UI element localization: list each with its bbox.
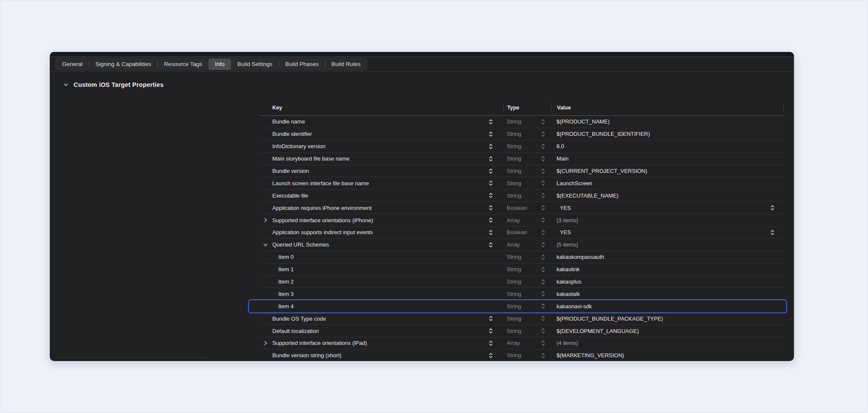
disclosure-icon[interactable]: [263, 340, 268, 346]
type-stepper-icon[interactable]: [541, 266, 545, 273]
disclosure-icon[interactable]: [263, 217, 268, 223]
type-stepper-icon[interactable]: [541, 143, 545, 150]
table-row[interactable]: Executable file String $(EXECUTABLE_NAME…: [260, 189, 785, 202]
table-row[interactable]: Bundle OS Type code String $(PRODUCT_BUN…: [260, 313, 785, 325]
table-row[interactable]: Application supports indirect input even…: [260, 227, 785, 239]
type-stepper-icon[interactable]: [541, 327, 545, 334]
bottom-bar-partial-divider: [55, 357, 208, 358]
row-key-cell: Queried URL Schemes: [260, 239, 503, 251]
table-row[interactable]: Queried URL Schemes Array (5 items): [260, 239, 785, 251]
key-stepper-icon[interactable]: [488, 118, 493, 125]
row-key-cell: Bundle OS Type code: [260, 313, 503, 324]
table-row[interactable]: Default localization String $(DEVELOPMEN…: [260, 325, 785, 337]
table-row[interactable]: Item 2 String kakaoplus: [260, 276, 785, 288]
key-stepper-icon[interactable]: [488, 131, 493, 138]
table-row[interactable]: Bundle version string (short) String $(M…: [260, 350, 785, 361]
key-stepper-icon[interactable]: [488, 229, 493, 236]
table-row[interactable]: Supported interface orientations (iPhone…: [260, 214, 785, 227]
key-stepper-icon[interactable]: [488, 180, 493, 186]
value-stepper-icon[interactable]: [770, 229, 775, 236]
row-key-label: Main storyboard file base name: [272, 155, 349, 162]
type-stepper-icon[interactable]: [541, 229, 545, 236]
section-disclosure-icon[interactable]: [63, 82, 69, 88]
table-row[interactable]: Launch screen interface file base name S…: [260, 177, 785, 189]
type-stepper-icon[interactable]: [541, 278, 545, 285]
row-key-label: Item 2: [278, 278, 294, 285]
tab-build-phases[interactable]: Build Phases: [279, 59, 325, 70]
key-stepper-icon[interactable]: [488, 352, 493, 359]
type-stepper-icon[interactable]: [541, 204, 545, 211]
table-row[interactable]: Item 0 String kakaokompassauth: [260, 251, 785, 264]
row-value-cell: kakaokompassauth: [551, 251, 785, 263]
tab-general[interactable]: General: [56, 59, 89, 70]
key-stepper-icon[interactable]: [488, 168, 493, 175]
type-stepper-icon[interactable]: [541, 254, 545, 261]
row-value-cell: kakaolink: [551, 264, 785, 275]
tab-build-rules[interactable]: Build Rules: [325, 59, 367, 70]
type-stepper-icon[interactable]: [541, 168, 545, 175]
type-stepper-icon[interactable]: [541, 217, 545, 224]
custom-ios-target-properties-header[interactable]: Custom iOS Target Properties: [63, 81, 794, 88]
type-stepper-icon[interactable]: [541, 180, 545, 186]
row-type-cell: String: [503, 300, 551, 312]
tab-resource-tags[interactable]: Resource Tags: [157, 59, 208, 70]
row-type-label: Boolean: [507, 205, 527, 211]
column-header-value: Value: [551, 103, 785, 112]
row-value-cell: $(EXECUTABLE_NAME): [551, 189, 785, 201]
type-stepper-icon[interactable]: [541, 155, 545, 162]
key-stepper-icon[interactable]: [488, 143, 493, 150]
key-stepper-icon[interactable]: [488, 241, 493, 248]
disclosure-icon[interactable]: [263, 242, 268, 248]
row-key-cell: Bundle version string (short): [260, 350, 503, 361]
row-value-label: $(EXECUTABLE_NAME): [557, 192, 619, 199]
key-stepper-icon[interactable]: [488, 217, 493, 224]
row-value-label: kakaonavi-sdk: [557, 303, 592, 310]
table-row[interactable]: Item 3 String kakaotalk: [260, 288, 785, 300]
key-stepper-icon[interactable]: [488, 192, 493, 199]
row-key-cell: Item 1: [260, 264, 503, 275]
type-stepper-icon[interactable]: [541, 192, 545, 199]
table-row[interactable]: Supported interface orientations (iPad) …: [260, 337, 785, 350]
value-stepper-icon[interactable]: [770, 204, 775, 211]
key-stepper-icon[interactable]: [488, 340, 493, 347]
table-header-row: Key Type Value: [260, 100, 785, 116]
table-row[interactable]: Item 1 String kakaolink: [260, 264, 785, 276]
table-row[interactable]: Main storyboard file base name String Ma…: [260, 153, 785, 165]
row-value-cell: LaunchScreen: [551, 177, 785, 189]
type-stepper-icon[interactable]: [541, 290, 545, 297]
key-stepper-icon[interactable]: [488, 327, 493, 334]
key-stepper-icon[interactable]: [488, 155, 493, 162]
type-stepper-icon[interactable]: [541, 241, 545, 248]
table-row[interactable]: InfoDictionary version String 6.0: [260, 141, 785, 153]
type-stepper-icon[interactable]: [541, 303, 545, 310]
table-row[interactable]: Item 4 String kakaonavi-sdk: [260, 300, 785, 313]
row-value-label: kakaolink: [557, 266, 580, 272]
row-type-cell: Boolean: [503, 227, 551, 238]
row-value-label: kakaotalk: [557, 291, 580, 297]
tab-build-settings[interactable]: Build Settings: [231, 59, 279, 70]
table-row[interactable]: Bundle name String $(PRODUCT_NAME): [260, 116, 785, 128]
type-stepper-icon[interactable]: [541, 131, 545, 138]
tab-signing-capabilities[interactable]: Signing & Capabilities: [89, 59, 157, 70]
type-stepper-icon[interactable]: [541, 340, 545, 347]
row-key-cell: Main storyboard file base name: [260, 153, 503, 165]
type-stepper-icon[interactable]: [541, 118, 545, 125]
row-key-cell: Bundle identifier: [260, 128, 503, 140]
row-type-cell: String: [503, 141, 551, 152]
row-type-cell: String: [503, 288, 551, 300]
row-key-label: Application requires iPhone environment: [272, 205, 371, 211]
row-value-label: LaunchScreen: [557, 180, 592, 186]
row-value-label: (5 items): [557, 241, 578, 248]
key-stepper-icon[interactable]: [488, 204, 493, 211]
row-value-cell: 6.0: [551, 141, 785, 152]
row-type-cell: Array: [503, 337, 551, 349]
row-type-cell: String: [503, 128, 551, 140]
type-stepper-icon[interactable]: [541, 315, 545, 322]
table-row[interactable]: Application requires iPhone environment …: [260, 202, 785, 214]
type-stepper-icon[interactable]: [541, 352, 545, 359]
tab-info[interactable]: Info: [208, 59, 231, 70]
row-value-cell: kakaoplus: [551, 276, 785, 288]
table-row[interactable]: Bundle identifier String $(PRODUCT_BUNDL…: [260, 128, 785, 141]
key-stepper-icon[interactable]: [488, 315, 493, 322]
table-row[interactable]: Bundle version String $(CURRENT_PROJECT_…: [260, 165, 785, 178]
